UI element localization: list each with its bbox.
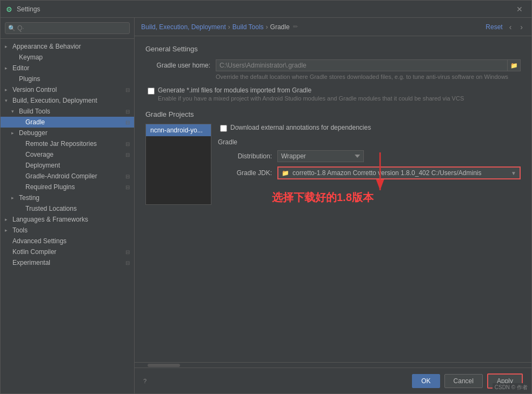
sidebar-item-label: Advanced Settings <box>12 237 66 245</box>
gradle-home-input[interactable] <box>216 59 508 71</box>
ok-button[interactable]: OK <box>412 374 440 388</box>
sidebar-item-kotlin-compiler[interactable]: Kotlin Compiler ⊟ <box>1 246 134 257</box>
generate-iml-label: Generate *.iml files for modules importe… <box>158 86 464 94</box>
sidebar-item-label: Testing <box>19 194 39 202</box>
sidebar-item-label: Gradle-Android Compiler <box>25 172 97 180</box>
distribution-label: Distribution: <box>218 152 277 160</box>
breadcrumb-part2[interactable]: Build Tools <box>232 23 264 31</box>
general-settings-title: General Settings <box>145 45 521 53</box>
sidebar-item-label: Required Plugins <box>25 183 75 191</box>
sidebar-item-testing[interactable]: ▸ Testing <box>1 192 134 203</box>
sidebar-item-label: Debugger <box>19 129 48 137</box>
breadcrumb-current: Gradle <box>270 23 290 31</box>
breadcrumb-part1[interactable]: Build, Execution, Deployment <box>141 23 226 31</box>
back-button[interactable]: ‹ <box>507 22 514 32</box>
sidebar-item-label: Build Tools <box>19 108 50 115</box>
badge-icon: ⊟ <box>125 173 130 179</box>
annotation-area: 选择下载好的1.8版本 <box>218 190 521 205</box>
sidebar-item-gradle-android[interactable]: Gradle-Android Compiler ⊟ <box>1 171 134 182</box>
sidebar-item-build-tools[interactable]: ▾ Build Tools ⊟ <box>1 106 134 117</box>
folder-button[interactable]: 📁 <box>508 59 521 71</box>
jdk-dropdown-arrow-icon: ▼ <box>511 170 516 176</box>
sidebar-item-version-control[interactable]: ▸ Version Control ⊟ <box>1 84 134 95</box>
sidebar-item-required-plugins[interactable]: Required Plugins ⊟ <box>1 182 134 192</box>
arrow-icon: ▸ <box>5 228 11 233</box>
sidebar-item-debugger[interactable]: ▸ Debugger <box>1 128 134 138</box>
jdk-label: Gradle JDK: <box>218 169 277 177</box>
gradle-home-input-group: 📁 <box>216 59 521 71</box>
sidebar-tree: ▸ Appearance & Behavior Keymap ▸ Editor … <box>1 39 134 393</box>
close-button[interactable]: ✕ <box>513 4 526 15</box>
jdk-value: corretto-1.8 Amazon Corretto version 1.8… <box>292 169 509 177</box>
sidebar-item-label: Trusted Locations <box>25 205 77 212</box>
sidebar-item-gradle[interactable]: Gradle ⊟ <box>1 117 134 128</box>
gradle-projects-section: Gradle Projects ncnn-android-yo... Downl… <box>145 110 521 205</box>
arrow-icon: ▾ <box>5 98 11 103</box>
generate-iml-checkbox[interactable] <box>148 88 155 95</box>
breadcrumb-sep2: › <box>266 23 268 31</box>
gradle-section-label: Gradle <box>218 138 521 146</box>
sidebar-item-build-exec-deploy[interactable]: ▾ Build, Execution, Deployment <box>1 95 134 106</box>
jdk-folder-icon: 📁 <box>282 170 289 177</box>
horizontal-scrollbar[interactable] <box>135 362 531 368</box>
badge-icon: ⊟ <box>125 141 130 147</box>
gradle-home-label: Gradle user home: <box>145 59 216 69</box>
sidebar-item-advanced-settings[interactable]: Advanced Settings <box>1 236 134 246</box>
arrow-icon: ▸ <box>11 130 18 136</box>
arrow-icon: ▸ <box>5 217 11 222</box>
badge-icon: ⊟ <box>125 260 130 266</box>
jdk-select[interactable]: 📁 corretto-1.8 Amazon Corretto version 1… <box>277 166 521 179</box>
sidebar-item-trusted-locations[interactable]: Trusted Locations <box>1 203 134 214</box>
app-icon: ⚙ <box>6 5 14 13</box>
sidebar-item-keymap[interactable]: Keymap <box>1 52 134 63</box>
gradle-home-hint: Override the default location where Grad… <box>216 73 521 81</box>
sidebar-item-label: Experimental <box>12 259 50 266</box>
window-title: Settings <box>17 5 40 13</box>
breadcrumb-sep1: › <box>228 23 230 31</box>
breadcrumb-actions: Reset ‹ › <box>486 22 525 32</box>
reset-button[interactable]: Reset <box>486 23 502 31</box>
sidebar: 🔍 ▸ Appearance & Behavior Keymap ▸ Edito… <box>1 18 135 393</box>
sidebar-item-label: Gradle <box>25 118 45 126</box>
bottom-bar: ? OK Cancel Apply <box>135 368 531 393</box>
sidebar-item-label: Appearance & Behavior <box>12 43 81 50</box>
gradle-settings-panel: Download external annotations for depend… <box>218 124 521 205</box>
sidebar-item-editor[interactable]: ▸ Editor <box>1 63 134 74</box>
sidebar-item-appearance[interactable]: ▸ Appearance & Behavior <box>1 41 134 52</box>
cancel-button[interactable]: Cancel <box>444 374 483 388</box>
projects-list: ncnn-android-yo... <box>145 124 211 205</box>
badge-icon: ⊟ <box>125 152 130 158</box>
scrollbar-thumb[interactable] <box>148 364 180 367</box>
sidebar-item-languages-frameworks[interactable]: ▸ Languages & Frameworks <box>1 214 134 225</box>
distribution-select[interactable]: Wrapper Local installation Specified loc… <box>277 150 364 162</box>
arrow-icon: ▸ <box>5 65 11 71</box>
annotations-checkbox[interactable] <box>220 125 227 132</box>
sidebar-item-label: Build, Execution, Deployment <box>12 97 97 104</box>
arrow-icon: ▸ <box>5 44 11 49</box>
arrow-icon: ▸ <box>11 195 18 201</box>
generate-iml-text-group: Generate *.iml files for modules importe… <box>158 86 464 102</box>
badge-icon: ⊟ <box>125 249 130 255</box>
sidebar-item-label: Keymap <box>19 54 43 61</box>
sidebar-item-deployment[interactable]: Deployment <box>1 160 134 171</box>
sidebar-item-experimental[interactable]: Experimental ⊟ <box>1 257 134 268</box>
annotations-row: Download external annotations for depend… <box>218 124 521 132</box>
breadcrumb-bar: Build, Execution, Deployment › Build Too… <box>135 18 531 36</box>
sidebar-item-coverage[interactable]: Coverage ⊟ <box>1 149 134 160</box>
search-box: 🔍 <box>1 18 134 39</box>
sidebar-item-plugins[interactable]: Plugins <box>1 74 134 84</box>
badge-icon: ⊟ <box>125 109 130 115</box>
arrow-icon: ▾ <box>11 109 18 114</box>
sidebar-item-label: Languages & Frameworks <box>12 216 88 223</box>
generate-iml-hint: Enable if you have a mixed project with … <box>158 95 464 102</box>
sidebar-item-tools[interactable]: ▸ Tools <box>1 225 134 236</box>
annotations-label: Download external annotations for depend… <box>230 124 371 131</box>
project-item[interactable]: ncnn-android-yo... <box>146 124 211 136</box>
sidebar-item-remote-jar[interactable]: Remote Jar Repositories ⊟ <box>1 138 134 149</box>
forward-button[interactable]: › <box>518 22 525 32</box>
generate-iml-row: Generate *.iml files for modules importe… <box>145 86 521 102</box>
badge-icon: ⊟ <box>125 184 130 190</box>
search-input[interactable] <box>5 22 130 34</box>
help-button[interactable]: ? <box>143 378 147 384</box>
sidebar-item-label: Remote Jar Repositories <box>25 140 97 148</box>
